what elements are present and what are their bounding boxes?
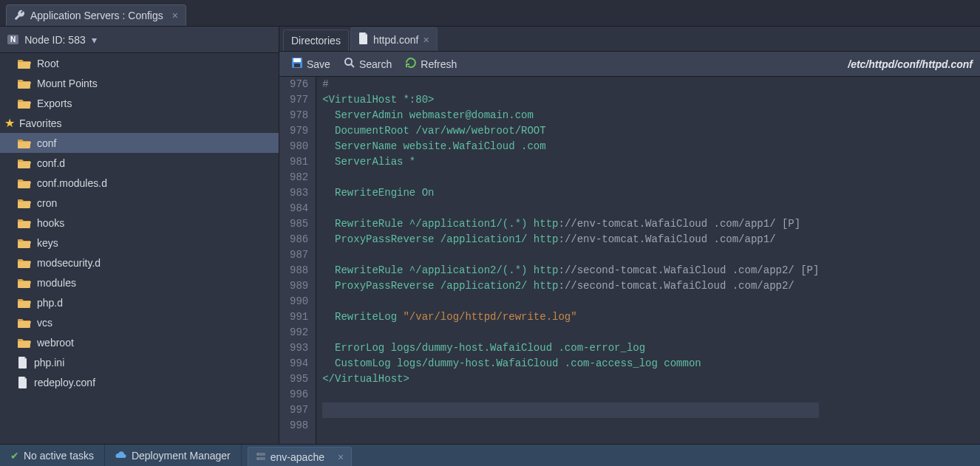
env-label: env-apache bbox=[270, 451, 324, 463]
wrench-icon bbox=[14, 10, 26, 21]
code-line[interactable]: # bbox=[322, 77, 819, 92]
favorites-label: Favorites bbox=[19, 117, 62, 129]
refresh-button[interactable]: Refresh bbox=[401, 55, 461, 73]
tree-item-label: php.ini bbox=[34, 357, 64, 369]
code-line[interactable]: ServerAdmin webmaster@domain.com bbox=[322, 108, 819, 123]
code-line[interactable]: RewriteRule ^/application2/(.*) http://s… bbox=[322, 263, 819, 278]
code-line[interactable]: <VirtualHost *:80> bbox=[322, 92, 819, 108]
line-gutter: 9769779789799809819829839849859869879889… bbox=[279, 77, 316, 444]
tree-item[interactable]: Exports bbox=[0, 93, 279, 113]
search-button[interactable]: Search bbox=[339, 55, 396, 73]
file-icon bbox=[18, 357, 28, 369]
node-label: Node ID: 583 bbox=[24, 34, 86, 46]
tree-item[interactable]: conf.modules.d bbox=[0, 173, 279, 193]
editor-toolbar: Save Search Refresh /etc/httpd/conf/http… bbox=[279, 52, 980, 77]
folder-icon bbox=[18, 318, 31, 328]
code-line[interactable] bbox=[322, 387, 819, 402]
tree-item[interactable]: cron bbox=[0, 193, 279, 213]
tasks-status[interactable]: ✔ No active tasks bbox=[0, 445, 105, 466]
save-label: Save bbox=[307, 58, 330, 70]
line-number: 993 bbox=[290, 340, 308, 356]
main-area: N Node ID: 583 ▾ RootMount PointsExports… bbox=[0, 27, 980, 444]
tree-item[interactable]: conf bbox=[0, 133, 279, 153]
tree-item[interactable]: vcs bbox=[0, 312, 279, 332]
line-number: 981 bbox=[290, 154, 308, 170]
close-icon[interactable]: × bbox=[423, 34, 429, 46]
tree-item[interactable]: php.ini bbox=[0, 352, 279, 372]
line-number: 990 bbox=[290, 294, 308, 309]
tree-item[interactable]: conf.d bbox=[0, 153, 279, 173]
line-number: 994 bbox=[290, 356, 308, 371]
tree-item[interactable]: keys bbox=[0, 233, 279, 253]
folder-icon bbox=[18, 58, 31, 69]
code-line[interactable]: ServerAlias * bbox=[322, 154, 819, 170]
code-line[interactable]: DocumentRoot /var/www/webroot/ROOT bbox=[322, 123, 819, 139]
file-icon bbox=[18, 377, 28, 388]
tree-item[interactable]: Root bbox=[0, 53, 279, 73]
refresh-icon bbox=[405, 57, 417, 71]
star-icon: ★ bbox=[4, 117, 15, 129]
tree-favorites: confconf.dconf.modules.dcronhookskeysmod… bbox=[0, 133, 279, 392]
svg-point-8 bbox=[257, 458, 259, 459]
file-icon bbox=[358, 32, 369, 47]
code-line[interactable] bbox=[322, 294, 819, 309]
tree-item[interactable]: modules bbox=[0, 273, 279, 292]
deploy-label: Deployment Manager bbox=[132, 450, 231, 462]
code-line[interactable]: ErrorLog logs/dummy-host.WafaiCloud .com… bbox=[322, 340, 819, 356]
env-tab[interactable]: env-apache × bbox=[248, 447, 352, 466]
folder-icon bbox=[18, 238, 31, 248]
code-line[interactable]: CustomLog logs/dummy-host.WafaiCloud .co… bbox=[322, 356, 819, 371]
deployment-manager-button[interactable]: Deployment Manager bbox=[105, 445, 242, 466]
node-selector[interactable]: N Node ID: 583 ▾ bbox=[0, 27, 279, 53]
tree-item[interactable]: Mount Points bbox=[0, 73, 279, 93]
code-line[interactable] bbox=[322, 418, 819, 434]
tree-item[interactable]: webroot bbox=[0, 332, 279, 352]
line-number: 991 bbox=[290, 309, 308, 325]
folder-icon bbox=[18, 78, 31, 89]
tree-item[interactable]: redeploy.conf bbox=[0, 372, 279, 392]
folder-icon bbox=[18, 218, 31, 228]
code-line[interactable] bbox=[322, 247, 819, 263]
editor-tab[interactable]: Directories bbox=[283, 30, 349, 51]
line-number: 978 bbox=[290, 108, 308, 123]
editor-tab-label: Directories bbox=[291, 35, 341, 47]
code-line[interactable]: </VirtualHost> bbox=[322, 371, 819, 387]
code-line[interactable]: ServerName website.WafaiCloud .com bbox=[322, 139, 819, 154]
save-icon bbox=[291, 57, 303, 71]
code-line[interactable] bbox=[322, 201, 819, 216]
tree-item-label: Exports bbox=[37, 97, 72, 109]
tree-item[interactable]: php.d bbox=[0, 292, 279, 312]
line-number: 987 bbox=[290, 247, 308, 263]
svg-rect-2 bbox=[294, 64, 300, 67]
code-line[interactable]: RewriteEngine On bbox=[322, 185, 819, 201]
save-button[interactable]: Save bbox=[287, 55, 335, 73]
close-icon[interactable]: × bbox=[338, 451, 344, 463]
window-tab-configs[interactable]: Application Servers : Configs × bbox=[6, 4, 186, 26]
code-line[interactable]: RewriteRule ^/application1/(.*) http://e… bbox=[322, 216, 819, 232]
code-line[interactable] bbox=[322, 170, 819, 185]
close-icon[interactable]: × bbox=[172, 10, 178, 21]
sidebar: N Node ID: 583 ▾ RootMount PointsExports… bbox=[0, 27, 279, 444]
tree-item[interactable]: hooks bbox=[0, 213, 279, 233]
folder-icon bbox=[18, 138, 31, 148]
code-line[interactable]: ProxyPassReverse /application1/ http://e… bbox=[322, 232, 819, 247]
code-lines[interactable]: #<VirtualHost *:80> ServerAdmin webmaste… bbox=[316, 77, 819, 444]
favorites-header: ★ Favorites bbox=[0, 113, 279, 133]
line-number: 989 bbox=[290, 278, 308, 294]
tree-item-label: keys bbox=[37, 237, 58, 249]
code-line[interactable]: RewriteLog "/var/log/httpd/rewrite.log" bbox=[322, 309, 819, 325]
code-line[interactable] bbox=[322, 402, 819, 418]
line-number: 984 bbox=[290, 201, 308, 216]
editor-tab[interactable]: httpd.conf× bbox=[350, 27, 438, 51]
tree-item-label: vcs bbox=[37, 317, 52, 329]
code-line[interactable] bbox=[322, 325, 819, 340]
editor-tabs: Directorieshttpd.conf× bbox=[279, 27, 980, 52]
folder-icon bbox=[18, 98, 31, 109]
folder-icon bbox=[18, 258, 31, 268]
tree-item-label: php.d bbox=[37, 297, 63, 309]
code-line[interactable]: ProxyPassReverse /application2/ http://s… bbox=[322, 278, 819, 294]
line-number: 998 bbox=[290, 418, 308, 434]
code-editor[interactable]: 9769779789799809819829839849859869879889… bbox=[279, 77, 980, 444]
tree-item[interactable]: modsecurity.d bbox=[0, 253, 279, 273]
tree-item-label: Mount Points bbox=[37, 78, 98, 89]
